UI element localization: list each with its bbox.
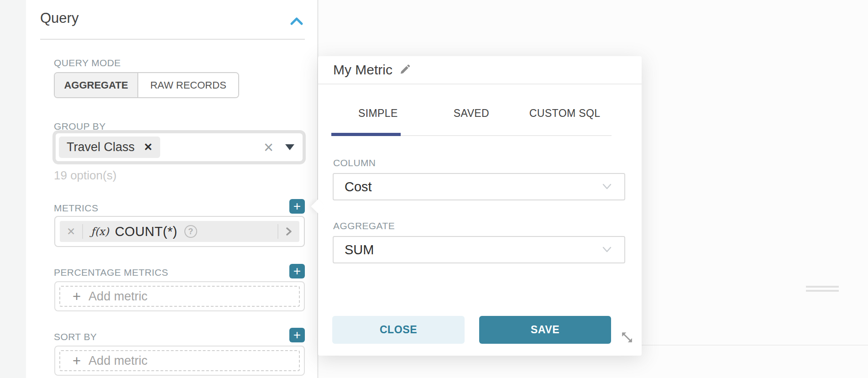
sort-by-label: SORT BY bbox=[54, 331, 97, 342]
group-by-chip[interactable]: Travel Class ✕ bbox=[59, 136, 160, 158]
chip-remove-icon[interactable]: ✕ bbox=[144, 142, 152, 152]
section-divider bbox=[40, 39, 305, 40]
add-metric-button[interactable]: + bbox=[289, 199, 305, 214]
active-tab-indicator bbox=[331, 133, 401, 136]
query-mode-aggregate-button[interactable]: AGGREGATE bbox=[55, 73, 138, 97]
add-metric-placeholder: Add metric bbox=[89, 354, 147, 368]
select-clear-icon[interactable]: × bbox=[264, 139, 273, 156]
query-mode-raw-records-button[interactable]: RAW RECORDS bbox=[138, 73, 238, 97]
edit-title-button[interactable] bbox=[399, 63, 411, 77]
column-label: COLUMN bbox=[333, 158, 376, 168]
metric-remove-icon[interactable]: ✕ bbox=[60, 226, 82, 238]
explore-view: Query QUERY MODE AGGREGATE RAW RECORDS G… bbox=[0, 0, 868, 378]
pencil-icon bbox=[399, 63, 411, 75]
tab-saved[interactable]: SAVED bbox=[425, 85, 518, 135]
query-mode-label: QUERY MODE bbox=[54, 58, 121, 68]
function-icon: ƒ(x) bbox=[91, 226, 109, 237]
metrics-container: ✕ ƒ(x) COUNT(*) ? bbox=[54, 216, 305, 247]
metric-expression: COUNT(*) bbox=[115, 224, 178, 239]
sort-by-container: + Add metric bbox=[54, 346, 305, 376]
add-metric-placeholder: Add metric bbox=[89, 289, 147, 304]
aggregate-select[interactable]: SUM bbox=[333, 236, 625, 263]
select-caret-down-icon[interactable] bbox=[285, 144, 294, 150]
group-by-chip-label: Travel Class bbox=[67, 140, 135, 154]
tab-simple[interactable]: SIMPLE bbox=[331, 85, 425, 135]
query-section-title: Query bbox=[40, 10, 78, 26]
diagonal-resize-icon bbox=[620, 330, 634, 345]
canvas-resize-handle[interactable] bbox=[806, 286, 839, 292]
popover-title: My Metric bbox=[333, 62, 392, 78]
save-button[interactable]: SAVE bbox=[479, 316, 611, 344]
query-control-panel: Query QUERY MODE AGGREGATE RAW RECORDS G… bbox=[26, 0, 318, 378]
plus-icon: + bbox=[73, 354, 81, 368]
add-sort-by-button[interactable]: + bbox=[289, 328, 305, 342]
metrics-label: METRICS bbox=[54, 203, 98, 214]
collapse-section-button[interactable] bbox=[289, 16, 304, 27]
percentage-metrics-dropzone[interactable]: + Add metric bbox=[59, 286, 300, 307]
popover-title-bar: My Metric bbox=[318, 56, 642, 84]
aggregate-label: AGGREGATE bbox=[333, 220, 395, 231]
pill-divider bbox=[82, 224, 83, 239]
percentage-metrics-label: PERCENTAGE METRICS bbox=[54, 267, 168, 278]
metric-tabs: SIMPLE SAVED CUSTOM SQL bbox=[331, 85, 612, 136]
group-by-select[interactable]: Travel Class ✕ × bbox=[56, 133, 303, 161]
metric-edit-popover: My Metric SIMPLE SAVED CUSTOM SQL COLUMN… bbox=[318, 56, 642, 356]
group-by-options-hint: 19 option(s) bbox=[54, 168, 116, 183]
chevron-down-icon bbox=[601, 246, 612, 254]
chevron-up-icon bbox=[289, 22, 304, 29]
help-tooltip-icon[interactable]: ? bbox=[184, 225, 197, 238]
chevron-right-icon bbox=[284, 225, 294, 238]
percentage-metrics-container: + Add metric bbox=[54, 281, 305, 311]
column-select[interactable]: Cost bbox=[333, 173, 625, 200]
plus-icon: + bbox=[73, 289, 81, 304]
close-button[interactable]: CLOSE bbox=[332, 316, 465, 344]
aggregate-select-value: SUM bbox=[345, 242, 601, 257]
sort-by-dropzone[interactable]: + Add metric bbox=[59, 350, 300, 371]
metric-expand-caret[interactable] bbox=[278, 225, 299, 238]
add-percentage-metric-button[interactable]: + bbox=[289, 264, 305, 278]
column-select-value: Cost bbox=[345, 179, 601, 194]
chevron-down-icon bbox=[601, 183, 612, 191]
popover-resize-handle[interactable] bbox=[619, 330, 635, 346]
query-mode-toggle: AGGREGATE RAW RECORDS bbox=[54, 72, 239, 98]
group-by-label: GROUP BY bbox=[54, 121, 106, 132]
metric-pill[interactable]: ✕ ƒ(x) COUNT(*) ? bbox=[60, 221, 299, 242]
tab-custom-sql[interactable]: CUSTOM SQL bbox=[518, 85, 612, 135]
